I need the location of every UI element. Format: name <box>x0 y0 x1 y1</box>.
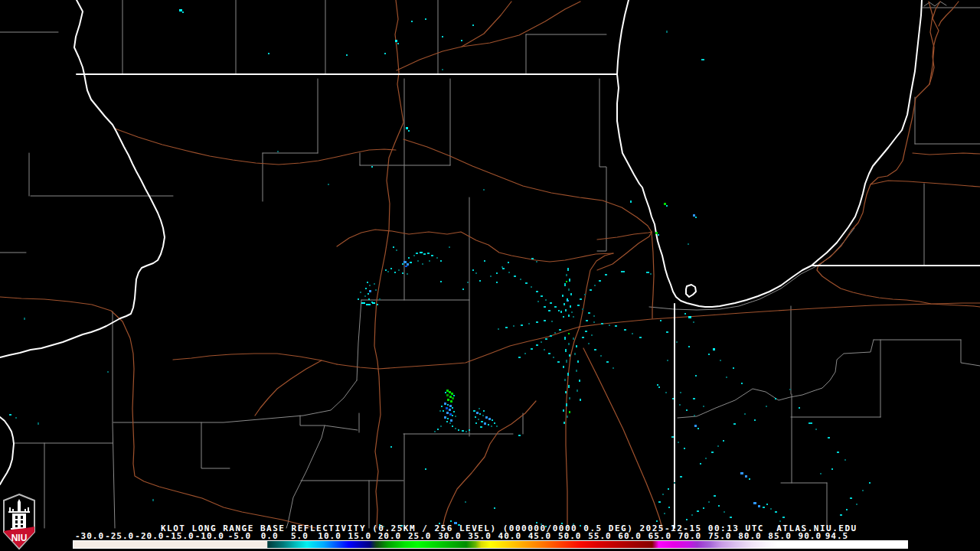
radar-echo <box>422 263 423 265</box>
radar-echo <box>537 301 539 302</box>
radar-echo <box>436 257 438 259</box>
radar-echo <box>445 392 446 393</box>
radar-echo <box>458 429 459 431</box>
radar-echo <box>668 488 669 490</box>
radar-echo <box>869 482 871 484</box>
radar-echo <box>749 478 750 480</box>
road-line <box>403 139 652 232</box>
radar-echo <box>446 394 449 396</box>
radar-echo <box>152 499 154 501</box>
radar-echo <box>483 189 485 191</box>
radar-echo <box>564 337 566 340</box>
radar-echo <box>396 249 397 251</box>
radar-echo <box>449 246 450 248</box>
radar-echo <box>437 429 439 430</box>
radar-echo <box>548 353 550 354</box>
radar-echo <box>559 329 561 331</box>
radar-echo <box>763 507 765 508</box>
radar-echo <box>591 334 593 336</box>
radar-echo <box>615 325 617 327</box>
radar-echo <box>593 315 595 317</box>
radar-echo <box>439 410 441 412</box>
radar-echo <box>476 412 479 414</box>
radar-echo <box>770 508 772 510</box>
radar-echo <box>564 303 565 305</box>
radar-echo <box>449 409 451 411</box>
radar-echo <box>563 316 564 318</box>
radar-echo <box>544 349 545 350</box>
radar-echo <box>758 505 760 507</box>
radar-echo <box>726 377 727 378</box>
radar-echo <box>15 417 17 419</box>
radar-echo <box>566 281 567 282</box>
radar-echo <box>429 260 430 262</box>
road-line <box>652 232 654 318</box>
radar-echo <box>550 302 552 304</box>
county-boundary-line <box>357 300 361 380</box>
radar-echo <box>449 422 451 424</box>
radar-echo <box>475 416 476 418</box>
radar-echo <box>711 452 714 453</box>
radar-echo <box>473 410 475 412</box>
radar-echo <box>815 429 817 430</box>
radar-echo <box>277 151 279 152</box>
radar-echo <box>693 321 694 323</box>
road-line-layer <box>0 0 980 528</box>
radar-echo <box>452 415 453 416</box>
radar-echo <box>573 337 574 340</box>
radar-echo <box>658 234 659 236</box>
radar-echo <box>367 282 368 283</box>
road-line <box>597 232 652 240</box>
road-line <box>337 230 613 262</box>
state-or-shoreline-line <box>617 0 922 307</box>
radar-echo <box>568 315 570 317</box>
county-boundary-line <box>113 311 115 528</box>
radar-echo <box>410 262 412 263</box>
radar-echo <box>632 333 633 334</box>
radar-echo <box>782 517 785 518</box>
radar-echo <box>569 354 570 357</box>
radar-echo <box>577 305 580 306</box>
radar-echo <box>733 423 736 425</box>
radar-echo <box>688 243 689 245</box>
radar-echo <box>579 380 580 382</box>
radar-echo <box>708 354 710 355</box>
radar-echo <box>179 9 182 11</box>
radar-echo <box>658 386 660 388</box>
radar-echo <box>425 468 426 470</box>
radar-echo <box>573 316 574 318</box>
radar-echo <box>544 306 546 308</box>
radar-echo <box>753 502 756 504</box>
radar-echo <box>385 269 387 271</box>
radar-echo <box>605 274 607 276</box>
radar-echo <box>365 288 367 289</box>
radar-echo <box>508 272 510 273</box>
radar-echo <box>577 390 578 392</box>
state-or-shoreline-line <box>0 0 165 357</box>
radar-echo <box>718 505 720 507</box>
radar-echo <box>557 361 560 363</box>
radar-echo <box>394 272 396 273</box>
radar-echo <box>446 407 448 409</box>
radar-echo <box>405 266 407 267</box>
radar-echo <box>594 349 596 350</box>
radar-echo <box>475 422 477 424</box>
radar-echo <box>779 520 781 522</box>
radar-echo <box>551 321 553 322</box>
radar-echo <box>38 422 39 425</box>
radar-echo <box>361 302 365 304</box>
radar-echo <box>684 313 686 315</box>
radar-echo <box>531 258 534 259</box>
road-line <box>337 327 580 369</box>
radar-echo <box>520 279 521 280</box>
radar-echo <box>686 519 688 520</box>
radar-echo <box>444 403 446 405</box>
radar-echo <box>462 289 464 290</box>
radar-echo <box>416 253 418 254</box>
radar-echo <box>580 298 582 300</box>
county-boundary-line <box>597 79 606 251</box>
radar-echo <box>452 425 453 427</box>
radar-echo <box>494 422 495 424</box>
radar-echo <box>697 428 699 429</box>
radar-echo <box>482 415 484 416</box>
